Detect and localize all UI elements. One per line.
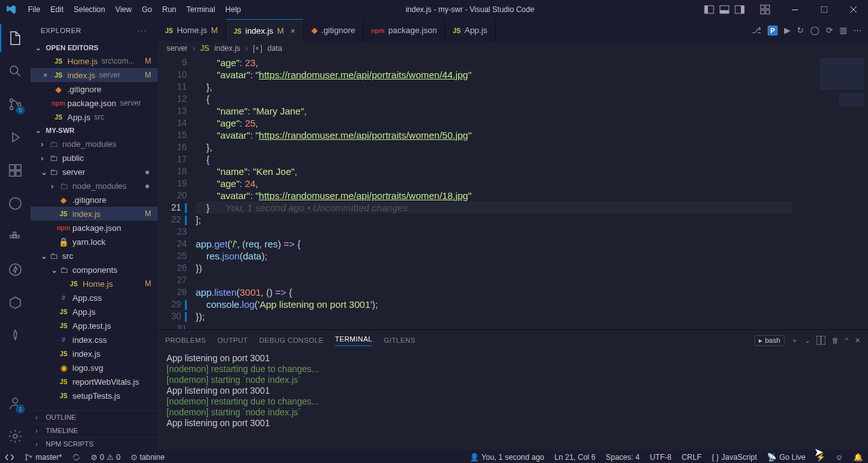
activity-extensions[interactable] (0, 156, 31, 184)
activity-account[interactable]: 1 (0, 389, 31, 417)
prettier-icon[interactable]: P (768, 25, 778, 36)
status-sync[interactable] (67, 453, 86, 462)
menu-terminal[interactable]: Terminal (181, 0, 220, 19)
menu-go[interactable]: Go (137, 0, 157, 19)
tree-index.css[interactable]: #index.css (31, 333, 158, 347)
panel-tab-terminal[interactable]: TERMINAL (335, 335, 372, 346)
open-editors-section[interactable]: ⌄OPEN EDITORS (31, 41, 158, 54)
minimap[interactable] (792, 55, 868, 329)
tab-Home.js[interactable]: JSHome.jsM (158, 19, 226, 41)
new-terminal-icon[interactable]: ＋ (791, 336, 798, 345)
menu-edit[interactable]: Edit (45, 0, 69, 19)
tree-App.js[interactable]: JSApp.js (31, 305, 158, 319)
git-compare-icon[interactable]: ⎇ (752, 25, 761, 35)
project-section[interactable]: ⌄MY-SWR (31, 124, 158, 137)
tree-components[interactable]: ⌄🗀components (31, 263, 158, 277)
panel-tab-problems[interactable]: PROBLEMS (165, 336, 206, 344)
terminal-dropdown-icon[interactable]: ⌄ (804, 336, 810, 345)
status-bell-icon[interactable]: 🔔 (848, 453, 868, 462)
close-button[interactable] (839, 0, 868, 19)
menu-selection[interactable]: Selection (69, 0, 110, 19)
tree-index.js[interactable]: JSindex.jsM (31, 207, 158, 221)
status-position[interactable]: Ln 21, Col 6 (550, 453, 601, 462)
menu-view[interactable]: View (110, 0, 137, 19)
status-eol[interactable]: CRLF (677, 453, 707, 462)
tab-App.js[interactable]: JSApp.js (445, 19, 496, 41)
tree-public[interactable]: ›🗀public (31, 151, 158, 165)
activity-scm[interactable]: 5 (0, 90, 31, 118)
menu-run[interactable]: Run (157, 0, 181, 19)
open-editor-Home.js[interactable]: JSHome.jssrc\com...M (31, 54, 158, 68)
toggle-sidebar-icon[interactable] (704, 4, 714, 15)
rerun-icon[interactable]: ↻ (797, 25, 804, 35)
tree-Home.js[interactable]: JSHome.jsM (31, 277, 158, 291)
more-icon[interactable]: ··· (138, 27, 147, 34)
status-remote[interactable] (0, 453, 19, 462)
tab-package.json[interactable]: npmpackage.json (363, 19, 445, 41)
tree-reportWebVitals.js[interactable]: JSreportWebVitals.js (31, 375, 158, 389)
terminal-output[interactable]: App listening on port 3001[nodemon] rest… (158, 350, 868, 450)
tree-src[interactable]: ⌄🗀src (31, 249, 158, 263)
status-problems[interactable]: ⊘0⚠0 (86, 453, 125, 462)
menu-file[interactable]: File (23, 0, 45, 19)
tree-App.css[interactable]: #App.css (31, 291, 158, 305)
menu-help[interactable]: Help (220, 0, 247, 19)
more-icon[interactable]: ⋯ (853, 25, 862, 35)
tree-package.json[interactable]: npmpackage.json (31, 221, 158, 235)
activity-remote[interactable] (0, 190, 31, 218)
tab-.gitignore[interactable]: ◆.gitignore (304, 19, 363, 41)
tree-node_modules[interactable]: ›🗀node_modules (31, 137, 158, 151)
activity-debug[interactable] (0, 123, 31, 151)
maximize-panel-icon[interactable]: ^ (845, 336, 848, 344)
status-tabnine[interactable]: ⊙tabnine (126, 453, 170, 462)
close-tab-icon[interactable]: × (290, 26, 295, 36)
outline-section[interactable]: ›OUTLINE (31, 410, 158, 424)
status-lang[interactable]: { }JavaScript (707, 453, 762, 462)
status-feedback-icon[interactable]: ☺ (831, 453, 848, 462)
activity-settings[interactable] (0, 422, 31, 450)
open-editor-package.json[interactable]: npmpackage.jsonserver (31, 96, 158, 110)
code-editor[interactable]: "age": 23, "avatar": "https://randomuser… (196, 55, 792, 329)
close-icon[interactable]: × (43, 71, 51, 79)
activity-docker[interactable] (0, 223, 31, 251)
open-editor-.gitignore[interactable]: ◆.gitignore (31, 82, 158, 96)
tree-index.js[interactable]: JSindex.js (31, 347, 158, 361)
status-blame[interactable]: 👤You, 1 second ago (465, 453, 550, 462)
terminal-shell-chip[interactable]: ▸bash (754, 335, 785, 346)
status-encoding[interactable]: UTF-8 (645, 453, 677, 462)
timeline-section[interactable]: ›TIMELINE (31, 424, 158, 437)
open-editor-App.js[interactable]: JSApp.jssrc (31, 110, 158, 124)
close-panel-icon[interactable]: ✕ (855, 336, 860, 345)
tree-yarn.lock[interactable]: 🔒yarn.lock (31, 235, 158, 249)
activity-search[interactable] (0, 57, 31, 85)
split-icon[interactable]: ▥ (839, 25, 847, 35)
npm-section[interactable]: ›NPM SCRIPTS (31, 437, 158, 450)
tab-index.js[interactable]: JSindex.jsM× (226, 19, 304, 41)
tree-App.test.js[interactable]: JSApp.test.js (31, 319, 158, 333)
panel-tab-output[interactable]: OUTPUT (217, 336, 248, 344)
activity-mongo[interactable] (0, 322, 31, 350)
refresh-icon[interactable]: ⟳ (826, 25, 833, 35)
split-terminal-icon[interactable] (817, 336, 825, 345)
play-icon[interactable]: ▶ (784, 25, 790, 35)
tree-server[interactable]: ⌄🗀server● (31, 165, 158, 179)
kill-terminal-icon[interactable]: 🗑 (832, 336, 839, 344)
activity-db[interactable] (0, 289, 31, 317)
customize-layout-icon[interactable] (760, 4, 770, 15)
panel-tab-gitlens[interactable]: GITLENS (384, 336, 416, 344)
tree-setupTests.js[interactable]: JSsetupTests.js (31, 389, 158, 403)
status-branch[interactable]: master* (19, 453, 67, 462)
activity-thunder[interactable] (0, 256, 31, 284)
tree-.gitignore[interactable]: ◆.gitignore (31, 193, 158, 207)
activity-explorer[interactable] (0, 24, 31, 52)
tree-logo.svg[interactable]: ◉logo.svg (31, 361, 158, 375)
loop-icon[interactable]: ◯ (810, 25, 820, 35)
panel-tab-debug-console[interactable]: DEBUG CONSOLE (259, 336, 323, 344)
maximize-button[interactable] (810, 0, 839, 19)
toggle-panel-icon[interactable] (719, 4, 729, 15)
open-editor-index.js[interactable]: ×JSindex.jsserverM (31, 68, 158, 82)
minimize-button[interactable] (780, 0, 810, 19)
toggle-secondary-icon[interactable] (735, 4, 745, 15)
breadcrumb[interactable]: server› JSindex.js› [∘]data (158, 41, 868, 55)
status-golive[interactable]: 📡Go Live (762, 453, 810, 462)
